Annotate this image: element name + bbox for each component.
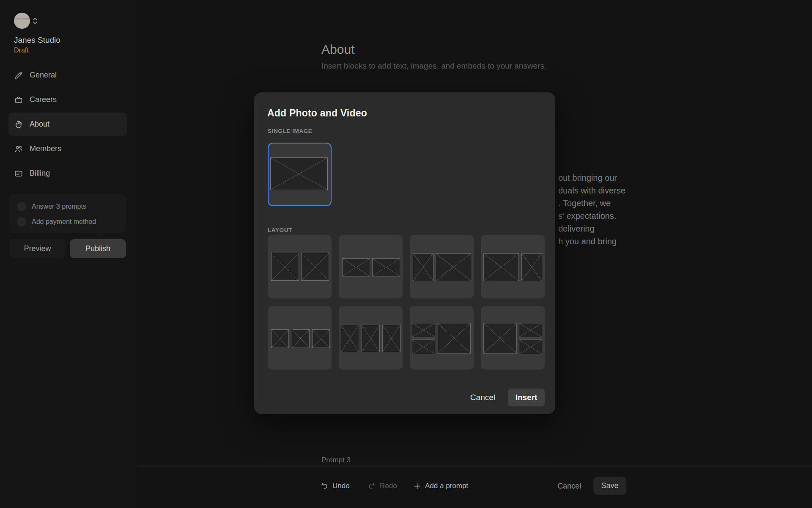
layout-option-large-plus-two-stacked[interactable]	[481, 306, 545, 370]
modal-title: Add Photo and Video	[267, 108, 367, 119]
insert-button[interactable]: Insert	[508, 389, 545, 406]
modal-footer: Cancel Insert	[469, 389, 545, 406]
single-image-options	[268, 143, 332, 206]
layout-option-small-plus-large[interactable]	[410, 235, 474, 298]
layout-option-two-stacked-plus-large[interactable]	[410, 306, 474, 370]
layout-section-label: LAYOUT	[268, 227, 292, 233]
image-placeholder	[342, 258, 370, 276]
image-placeholder	[312, 329, 330, 348]
image-placeholder	[292, 329, 310, 348]
layout-option-large-plus-small[interactable]	[481, 235, 545, 298]
layout-option-three-portraits[interactable]	[339, 306, 403, 370]
image-placeholder	[412, 340, 435, 354]
image-placeholder	[271, 253, 299, 281]
add-photo-video-modal: Add Photo and Video SINGLE IMAGE LAYOUT …	[254, 92, 555, 414]
image-placeholder	[382, 325, 401, 352]
image-placeholder	[372, 258, 400, 276]
image-placeholder	[362, 325, 380, 352]
image-placeholder	[483, 253, 519, 281]
image-placeholder	[438, 323, 471, 353]
image-placeholder	[341, 325, 359, 352]
single-image-section-label: SINGLE IMAGE	[268, 128, 312, 134]
image-placeholder	[436, 253, 471, 281]
image-placeholder	[271, 329, 289, 348]
modal-footer-divider	[267, 379, 545, 379]
image-placeholder	[413, 253, 433, 281]
image-placeholder	[301, 253, 329, 281]
layout-option-single-image[interactable]	[268, 143, 332, 206]
layout-option-three-squares[interactable]	[268, 306, 332, 370]
layout-option-two-small-landscape[interactable]	[339, 235, 403, 298]
image-placeholder	[519, 340, 542, 354]
image-placeholder	[412, 323, 435, 337]
image-placeholder	[483, 323, 517, 353]
app-window: JANES STUDIO Janes Studio Draft General …	[0, 0, 812, 508]
image-placeholder	[521, 253, 542, 281]
image-placeholder	[519, 323, 542, 337]
modal-cancel-button[interactable]: Cancel	[469, 389, 497, 406]
image-placeholder	[270, 157, 328, 190]
layout-options-grid	[268, 235, 545, 370]
layout-option-two-squares[interactable]	[268, 235, 332, 298]
